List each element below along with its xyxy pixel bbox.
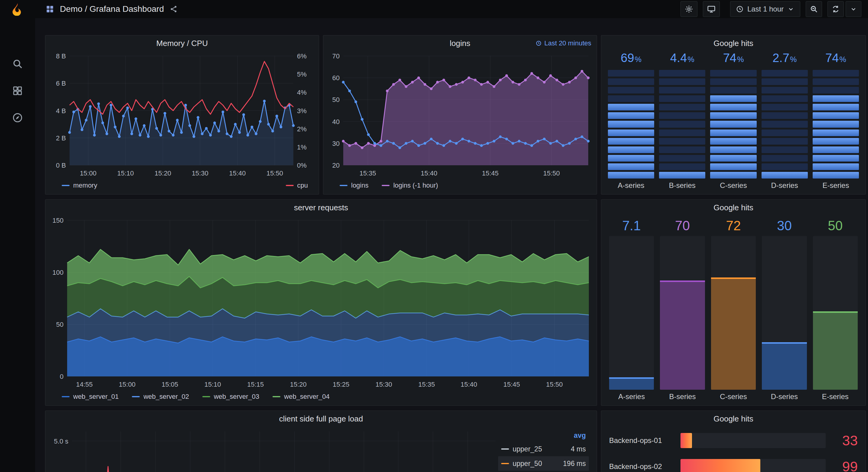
led-cell [710, 70, 756, 77]
legend-series-dash [202, 396, 210, 397]
legend-series-label: web_server_03 [214, 393, 259, 401]
led-cell [659, 104, 705, 111]
grafana-logo[interactable] [0, 0, 35, 18]
legend-item[interactable]: web_server_01 [62, 393, 119, 401]
gauge-row: Backend-ops-0299 [609, 457, 858, 472]
gauge-row-label: Backend-ops-01 [609, 436, 675, 445]
legend-series-label: web_server_04 [284, 393, 329, 401]
led-cell [762, 104, 808, 111]
led-cell [608, 138, 654, 145]
stat-value: 74% [710, 51, 756, 70]
refresh-interval-dropdown[interactable] [846, 1, 861, 17]
chart-canvas: 70605040302015:3515:4015:4515:50 [326, 51, 594, 179]
panel-title-server-requests[interactable]: server requests [45, 200, 597, 215]
apps-grid-icon[interactable] [45, 4, 55, 13]
share-icon[interactable] [169, 5, 178, 13]
svg-text:2%: 2% [297, 125, 307, 133]
legend-item[interactable]: memory [62, 181, 97, 189]
memory-cpu-legend: memorycpu [48, 179, 316, 192]
memory-cpu-chart[interactable]: 8 B6 B4 B2 B0 B6%5%4%3%2%1%0%15:0015:101… [48, 51, 316, 179]
panel-title-google-hits[interactable]: Google hits [601, 35, 866, 51]
legend-table-row[interactable]: upper_50196 ms [498, 456, 589, 471]
google-hits-hbar-gauge[interactable]: Backend-ops-0133Backend-ops-0299 [601, 426, 866, 472]
dashboard-settings-button[interactable] [681, 1, 698, 17]
led-cell [762, 146, 808, 153]
bar-track [609, 236, 654, 390]
logins-chart[interactable]: 70605040302015:3515:4015:4515:50 [326, 51, 594, 179]
panel-title-memory-cpu[interactable]: Memory / CPU [45, 35, 319, 51]
led-cell [813, 112, 859, 119]
zoom-out-button[interactable] [806, 1, 822, 17]
series-label: D-series [762, 178, 808, 193]
led-cell [608, 164, 654, 170]
legend-item[interactable]: cpu [286, 181, 308, 189]
legend-item[interactable]: web_server_03 [202, 393, 259, 401]
series-label: C-series [711, 390, 756, 404]
explore-compass-icon[interactable] [12, 112, 23, 123]
legend-avg-value: 4 ms [571, 445, 586, 453]
led-cell [710, 104, 756, 111]
panel-title-google-hits[interactable]: Google hits [601, 411, 866, 426]
bar-fill [609, 377, 654, 390]
search-icon[interactable] [12, 58, 23, 69]
legend-item[interactable]: logins [340, 181, 368, 189]
led-cell [813, 129, 859, 136]
led-gauge-column: 74%C-series [710, 51, 756, 193]
cycle-view-button[interactable] [703, 1, 720, 17]
caret-down-icon [850, 5, 857, 13]
stat-value: 7.1 [609, 215, 654, 236]
legend-series-label: logins [351, 181, 368, 189]
left-sidebar [0, 18, 35, 472]
led-cell [813, 155, 859, 161]
led-cell [659, 112, 705, 119]
led-cell-stack [762, 70, 808, 178]
nav-breadcrumb-group: Demo / Grafana Dashboard [45, 4, 178, 14]
led-cell [813, 172, 859, 178]
bar-gauge-column: 7.1A-series [609, 215, 654, 404]
led-cell [813, 121, 859, 127]
bar-fill [813, 311, 858, 390]
legend-item[interactable]: logins (-1 hour) [382, 181, 438, 189]
legend-series-label: logins (-1 hour) [393, 181, 438, 189]
google-hits-bar-gauge[interactable]: 7.1A-series70B-series72C-series30D-serie… [601, 215, 866, 406]
series-label: D-series [762, 390, 807, 404]
gauge-track [681, 459, 826, 472]
server-requests-chart[interactable]: 15010050014:5515:0015:0515:1015:1515:201… [48, 215, 594, 390]
legend-table-row[interactable]: upper_254 ms [498, 442, 589, 456]
bar-gauge-column: 30D-series [762, 215, 807, 404]
bar-fill [762, 342, 807, 390]
led-gauge-column: 4.4%B-series [659, 51, 705, 193]
svg-text:100: 100 [52, 269, 63, 276]
client-load-chart[interactable]: 5.0 s14:5515:0015:0515:1015:1515:2015:25… [49, 426, 498, 472]
led-cell [608, 155, 654, 161]
led-gauge-column: 2.7%D-series [762, 51, 808, 193]
led-cell [608, 146, 654, 153]
dashboard-breadcrumb[interactable]: Demo / Grafana Dashboard [60, 4, 164, 14]
legend-item[interactable]: web_server_02 [132, 393, 189, 401]
svg-text:6 B: 6 B [56, 80, 66, 87]
panel-google-hits-hbar: Google hits Backend-ops-0133Backend-ops-… [601, 411, 866, 472]
dashboards-grid-icon[interactable] [12, 85, 23, 96]
refresh-button[interactable] [828, 1, 844, 17]
svg-text:15:35: 15:35 [359, 170, 376, 177]
led-cell [710, 78, 756, 85]
panel-title-google-hits[interactable]: Google hits [601, 200, 866, 215]
led-cell [659, 121, 705, 127]
led-cell [710, 121, 756, 127]
svg-text:0: 0 [60, 373, 63, 380]
panel-time-override-badge[interactable]: Last 20 minutes [536, 39, 591, 47]
panel-title-client-load[interactable]: client side full page load [45, 411, 597, 426]
svg-text:20: 20 [332, 161, 340, 169]
time-range-picker[interactable]: Last 1 hour [730, 1, 800, 17]
legend-item[interactable]: web_server_04 [273, 393, 329, 401]
svg-text:15:50: 15:50 [546, 381, 563, 388]
led-cell [608, 112, 654, 119]
legend-series-label: web_server_02 [143, 393, 189, 401]
google-hits-led-gauge[interactable]: 69%A-series4.4%B-series74%C-series2.7%D-… [601, 51, 866, 194]
svg-text:15:35: 15:35 [418, 381, 435, 388]
svg-text:3%: 3% [297, 107, 307, 115]
svg-text:30: 30 [332, 140, 340, 147]
led-cell [762, 78, 808, 85]
led-cell [659, 70, 705, 77]
refresh-button-group [828, 1, 861, 17]
